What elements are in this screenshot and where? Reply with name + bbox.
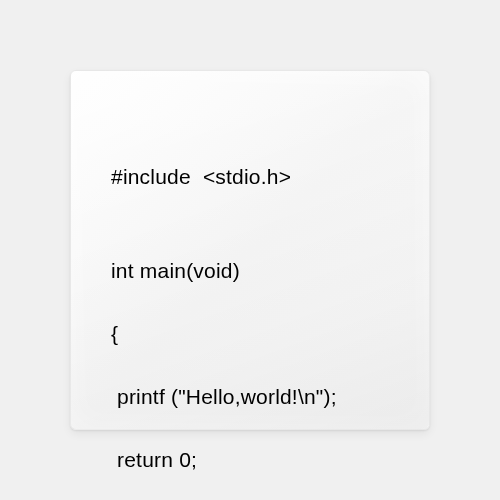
acrylic-block: #include <stdio.h> int main(void) { prin… [70, 70, 430, 430]
code-line: int main(void) [111, 255, 389, 287]
code-snippet: #include <stdio.h> int main(void) { prin… [111, 129, 389, 500]
code-line: #include <stdio.h> [111, 161, 389, 193]
code-line: { [111, 318, 389, 350]
code-line: printf ("Hello,world!\n"); [111, 381, 389, 413]
code-line: return 0; [111, 444, 389, 476]
